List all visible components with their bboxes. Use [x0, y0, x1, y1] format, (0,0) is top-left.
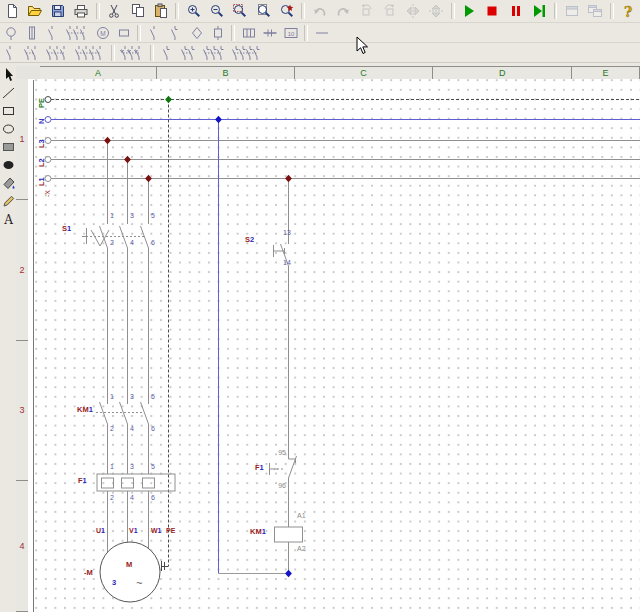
flip-horizontal-icon [405, 3, 421, 19]
run-button[interactable] [459, 1, 480, 21]
step-icon [531, 3, 547, 19]
contact-nc-icon [170, 25, 181, 41]
paste-button[interactable] [150, 1, 171, 21]
rectangle-icon [1, 103, 16, 119]
redo-button[interactable] [333, 1, 354, 21]
toolbar-separator [175, 3, 179, 19]
zoom-special-icon [279, 3, 295, 19]
rotate-right-icon [382, 3, 398, 19]
toolbar-separator [137, 25, 141, 41]
wire-button[interactable] [312, 24, 331, 41]
connector-button[interactable] [208, 24, 227, 41]
no-3p-icon [45, 45, 70, 61]
help-button[interactable]: ? [618, 1, 639, 21]
redo-icon [335, 3, 351, 19]
ellipse-icon [1, 121, 16, 137]
nc-4p-button[interactable] [230, 44, 264, 61]
filled-ellipse-icon [1, 157, 16, 173]
row-ruler-1: 1 [16, 79, 28, 200]
relay-button[interactable] [239, 24, 258, 41]
save-button[interactable] [47, 1, 68, 21]
toolbar-separator [150, 45, 154, 61]
cut-button[interactable] [104, 1, 125, 21]
zoom-window-button[interactable] [230, 1, 251, 21]
terminal-icon [262, 25, 278, 41]
open-button[interactable] [24, 1, 45, 21]
rotate-right-button[interactable] [379, 1, 400, 21]
select-icon [1, 67, 16, 83]
coil-icon [116, 25, 132, 41]
zoom-in-icon [186, 3, 202, 19]
copy-icon [130, 3, 146, 19]
no-4p-button[interactable] [73, 44, 107, 61]
indicator-button[interactable] [187, 24, 206, 41]
tool-filled-ellipse-button[interactable] [1, 156, 16, 174]
nc-2p-icon [180, 45, 198, 61]
tool-fill-button[interactable] [1, 174, 16, 192]
tool-filled-rectangle-button[interactable] [1, 138, 16, 156]
new-button[interactable] [1, 1, 22, 21]
fuse-button[interactable] [22, 24, 41, 41]
ruler-corner [16, 66, 40, 80]
row-ruler-3: 3 [16, 341, 28, 481]
tool-pencil-button[interactable] [1, 192, 16, 210]
contact-no-button[interactable] [43, 24, 62, 41]
no-3p-button[interactable] [44, 44, 71, 61]
motor-button[interactable]: M [93, 24, 112, 41]
block-10-button[interactable]: 10 [281, 24, 300, 41]
flip-horizontal-button[interactable] [402, 1, 423, 21]
step-button[interactable] [528, 1, 549, 21]
schematic-editor-window: ? M10 A ABCDE 1234 PE N L3 L2 L1 [0, 0, 640, 612]
no-3p-arrows-button[interactable] [119, 44, 146, 61]
contact-no2-button[interactable] [145, 24, 164, 41]
pause-button[interactable] [505, 1, 526, 21]
no-2p-button[interactable] [22, 44, 42, 61]
no-3p-arrows-icon [120, 45, 145, 61]
tool-rectangle-button[interactable] [1, 102, 16, 120]
print-button[interactable] [71, 1, 92, 21]
zoom-out-icon [209, 3, 225, 19]
terminal-button[interactable] [260, 24, 279, 41]
contact-nc-button[interactable] [166, 24, 185, 41]
stop-button[interactable] [482, 1, 503, 21]
zoom-page-button[interactable] [253, 1, 274, 21]
drawing-tool-palette: A [0, 66, 17, 612]
pause-icon [508, 3, 524, 19]
zoom-in-button[interactable] [183, 1, 204, 21]
line-icon [1, 85, 16, 101]
schematic-canvas[interactable] [28, 79, 640, 612]
pencil-icon [1, 193, 16, 209]
tool-select-button[interactable] [1, 66, 16, 84]
no-1p-button[interactable] [1, 44, 20, 61]
nc-2p-button[interactable] [179, 44, 199, 61]
tool-text-button[interactable]: A [1, 210, 16, 228]
window-new-icon [564, 3, 580, 19]
nc-3p-icon [202, 45, 227, 61]
filled-rectangle-icon [1, 139, 16, 155]
paste-icon [153, 3, 169, 19]
connector-icon [210, 25, 226, 41]
switch-3p-button[interactable] [64, 24, 91, 41]
window-arrange-icon [587, 3, 603, 19]
flip-vertical-button[interactable] [425, 1, 446, 21]
tool-line-button[interactable] [1, 84, 16, 102]
toolbar-separator [111, 45, 115, 61]
rotate-left-button[interactable] [356, 1, 377, 21]
window-arrange-button[interactable] [585, 1, 606, 21]
tool-ellipse-button[interactable] [1, 120, 16, 138]
coil-button[interactable] [114, 24, 133, 41]
window-new-button[interactable] [561, 1, 582, 21]
nc-3p-button[interactable] [201, 44, 228, 61]
copy-button[interactable] [127, 1, 148, 21]
no-4p-icon [74, 45, 106, 61]
zoom-special-button[interactable] [276, 1, 297, 21]
nc-1p-button[interactable] [158, 44, 177, 61]
zoom-out-button[interactable] [207, 1, 228, 21]
help-icon: ? [620, 3, 636, 19]
toolbar-separator [231, 25, 235, 41]
undo-button[interactable] [309, 1, 330, 21]
text-icon: A [1, 211, 16, 227]
relay-icon [241, 25, 257, 41]
open-icon [27, 3, 43, 19]
lamp-button[interactable] [1, 24, 20, 41]
